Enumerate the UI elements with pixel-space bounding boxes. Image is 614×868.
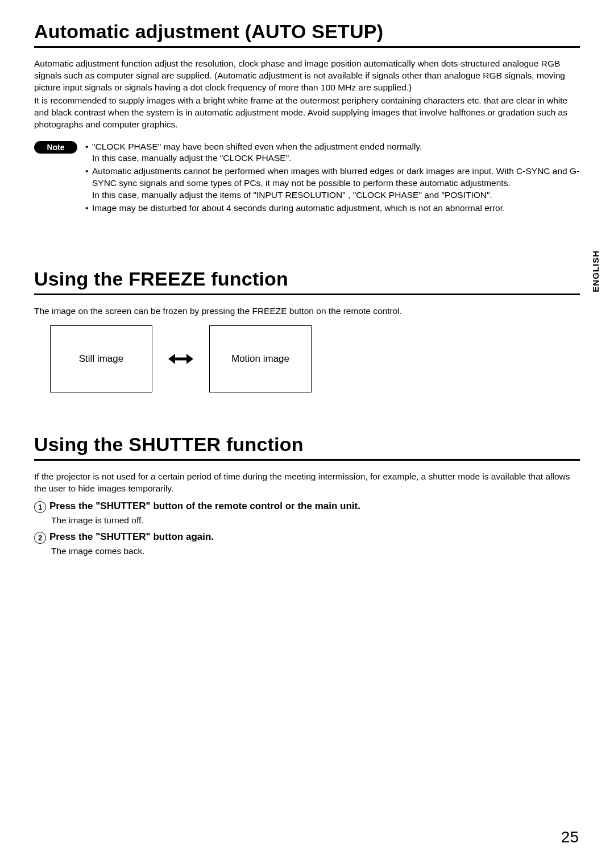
language-tab: ENGLISH (591, 250, 600, 292)
heading-shutter: Using the SHUTTER function (34, 433, 580, 461)
note-item-3-main: Image may be disturbed for about 4 secon… (92, 203, 505, 213)
auto-setup-paragraph-1: Automatic adjustment function adjust the… (34, 58, 580, 94)
circled-number-1-icon: 1 (34, 501, 46, 513)
svg-marker-2 (186, 354, 193, 364)
note-badge: Note (34, 141, 77, 154)
auto-setup-paragraph-2: It is recommended to supply images with … (34, 95, 580, 131)
note-item-1: "CLOCK PHASE" may have been shifted even… (85, 141, 580, 165)
still-image-box: Still image (50, 325, 152, 392)
step-2: 2 Press the "SHUTTER" button again. (34, 531, 580, 544)
note-item-2: Automatic adjustments cannot be performe… (85, 166, 580, 201)
heading-auto-setup: Automatic adjustment (AUTO SETUP) (34, 20, 580, 48)
note-item-2-sub: In this case, manually adjust the items … (92, 189, 580, 201)
step-1-title: Press the "SHUTTER" button of the remote… (49, 501, 360, 512)
step-1-sub: The image is turned off. (51, 515, 580, 526)
page-number: 25 (561, 828, 579, 846)
step-2-sub: The image comes back. (51, 546, 580, 556)
note-item-3: Image may be disturbed for about 4 secon… (85, 202, 580, 214)
motion-image-box: Motion image (209, 325, 312, 392)
step-2-title: Press the "SHUTTER" button again. (49, 531, 214, 543)
circled-number-2-icon: 2 (34, 532, 46, 544)
still-image-label: Still image (79, 353, 123, 365)
heading-freeze: Using the FREEZE function (34, 268, 580, 295)
motion-image-label: Motion image (231, 353, 289, 365)
freeze-paragraph: The image on the screen can be frozen by… (34, 305, 580, 317)
document-page: Automatic adjustment (AUTO SETUP) Automa… (0, 0, 614, 584)
note-item-2-main: Automatic adjustments cannot be performe… (92, 166, 579, 188)
shutter-paragraph: If the projector is not used for a certa… (34, 471, 580, 495)
note-item-1-sub: In this case, manually adjust the "CLOCK… (92, 152, 580, 164)
freeze-diagram: Still image Motion image (50, 325, 580, 392)
note-block: Note "CLOCK PHASE" may have been shifted… (34, 141, 580, 216)
svg-rect-1 (174, 357, 188, 360)
step-1: 1 Press the "SHUTTER" button of the remo… (34, 501, 580, 513)
note-list: "CLOCK PHASE" may have been shifted even… (85, 141, 580, 216)
note-item-1-main: "CLOCK PHASE" may have been shifted even… (92, 142, 422, 151)
double-arrow-icon (168, 325, 193, 392)
